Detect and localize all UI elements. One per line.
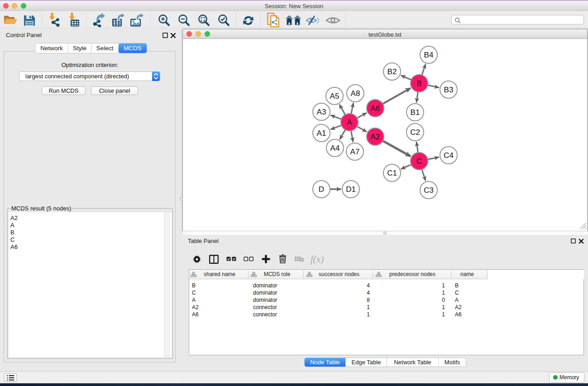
svg-text:A: A [347, 118, 352, 127]
svg-text:D1: D1 [346, 185, 356, 194]
svg-text:C2: C2 [410, 128, 420, 137]
svg-text:A8: A8 [351, 89, 360, 98]
svg-text:B1: B1 [411, 108, 420, 117]
svg-text:C4: C4 [444, 151, 454, 160]
svg-text:B4: B4 [424, 51, 434, 59]
svg-text:B2: B2 [387, 67, 397, 76]
svg-text:A1: A1 [317, 129, 326, 138]
svg-text:A3: A3 [317, 108, 326, 116]
svg-text:A7: A7 [350, 148, 360, 156]
svg-text:B: B [416, 79, 421, 88]
svg-text:D: D [319, 185, 324, 194]
svg-text:C3: C3 [424, 186, 434, 195]
svg-text:A5: A5 [330, 92, 339, 100]
svg-text:A4: A4 [330, 144, 340, 152]
svg-text:C1: C1 [387, 169, 397, 177]
svg-text:C: C [416, 157, 422, 166]
svg-text:B3: B3 [444, 86, 454, 94]
svg-text:A2: A2 [371, 133, 380, 141]
svg-text:A6: A6 [371, 104, 380, 113]
